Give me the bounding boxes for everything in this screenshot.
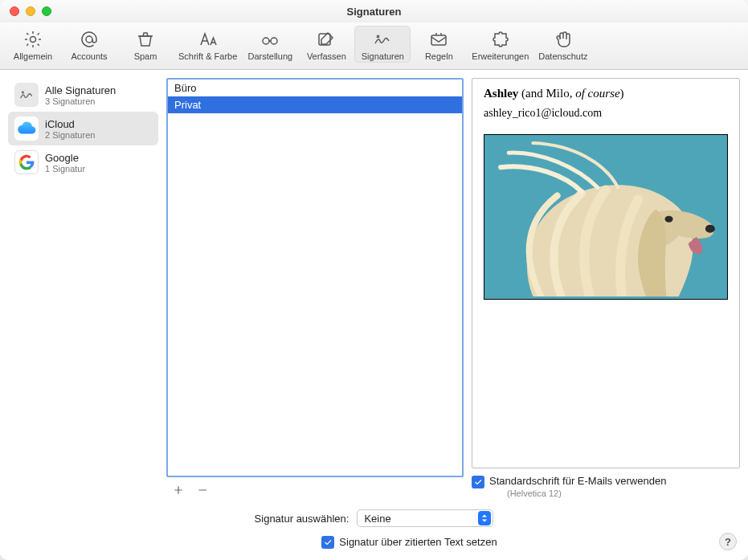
add-remove-bar bbox=[166, 477, 464, 498]
use-default-font-checkbox[interactable] bbox=[472, 476, 484, 488]
use-default-font-row: Standardschrift für E-Mails verwenden (H… bbox=[472, 468, 740, 498]
prefs-tab-junk[interactable]: Spam bbox=[117, 26, 174, 63]
account-sub: 1 Signatur bbox=[45, 164, 85, 174]
close-window-button[interactable] bbox=[10, 6, 19, 16]
svg-rect-5 bbox=[431, 35, 446, 45]
tab-label: Darstellung bbox=[248, 51, 293, 61]
minimize-window-button[interactable] bbox=[26, 6, 35, 16]
traffic-lights bbox=[10, 6, 51, 16]
glasses-icon bbox=[259, 29, 281, 50]
accounts-column: Alle Signaturen 3 Signaturen iCloud 2 Si… bbox=[8, 78, 158, 498]
account-name: iCloud bbox=[45, 118, 95, 130]
signature-name-bold: Ashley bbox=[484, 87, 518, 100]
help-button[interactable]: ? bbox=[719, 533, 737, 550]
window-title: Signaturen bbox=[0, 6, 748, 18]
hand-privacy-icon bbox=[552, 29, 574, 50]
signature-name-tail: ) bbox=[620, 87, 624, 100]
footer: Signatur auswählen: Keine Signatur über … bbox=[0, 505, 748, 560]
tab-label: Spam bbox=[134, 51, 157, 61]
account-name: Alle Signaturen bbox=[45, 84, 116, 96]
signature-name-line: Ashley (and Milo, of course) bbox=[484, 87, 728, 100]
account-sub: 2 Signaturen bbox=[45, 130, 95, 140]
envelope-rules-icon bbox=[427, 29, 450, 50]
svg-point-3 bbox=[271, 38, 277, 44]
remove-signature-button[interactable] bbox=[194, 482, 211, 498]
google-icon bbox=[14, 150, 39, 174]
use-default-font-sub: (Helvetica 12) bbox=[507, 488, 666, 498]
prefs-tab-accounts[interactable]: Accounts bbox=[61, 26, 117, 63]
choose-signature-popup[interactable]: Keine bbox=[357, 509, 493, 527]
tab-label: Datenschutz bbox=[538, 51, 587, 61]
above-quoted-row: Signatur über zitierten Text setzen bbox=[321, 535, 497, 549]
above-quoted-label: Signatur über zitierten Text setzen bbox=[339, 536, 497, 548]
signatures-panel: Alle Signaturen 3 Signaturen iCloud 2 Si… bbox=[0, 70, 748, 505]
puzzle-piece-icon bbox=[489, 29, 512, 50]
account-text: Alle Signaturen 3 Signaturen bbox=[45, 84, 116, 106]
account-row-google[interactable]: Google 1 Signatur bbox=[8, 145, 158, 179]
account-row-icloud[interactable]: iCloud 2 Signaturen bbox=[8, 112, 158, 145]
add-signature-button[interactable] bbox=[170, 482, 187, 498]
zoom-window-button[interactable] bbox=[42, 6, 51, 16]
tab-label: Allgemein bbox=[14, 51, 52, 61]
signature-editor[interactable]: Ashley (and Milo, of course) ashley_rico… bbox=[472, 78, 740, 468]
signature-name-plain: (and Milo, bbox=[518, 87, 575, 100]
font-aa-icon bbox=[197, 29, 219, 50]
svg-point-2 bbox=[263, 38, 269, 44]
at-sign-icon bbox=[78, 29, 100, 50]
account-sub: 3 Signaturen bbox=[45, 96, 116, 106]
accounts-list: Alle Signaturen 3 Signaturen iCloud 2 Si… bbox=[8, 78, 158, 179]
prefs-tab-extensions[interactable]: Erweiterungen bbox=[467, 26, 533, 63]
dog-photo-icon bbox=[484, 135, 727, 296]
svg-point-7 bbox=[705, 225, 715, 233]
signature-row[interactable]: Büro bbox=[168, 80, 462, 96]
prefs-tab-signatures[interactable]: Signaturen bbox=[354, 26, 411, 63]
above-quoted-checkbox[interactable] bbox=[321, 536, 334, 549]
gear-icon bbox=[22, 29, 44, 50]
account-name: Google bbox=[45, 152, 85, 164]
titlebar: Signaturen bbox=[0, 0, 748, 22]
account-text: Google 1 Signatur bbox=[45, 152, 85, 174]
tab-label: Erweiterungen bbox=[472, 51, 529, 61]
compose-icon bbox=[315, 29, 337, 50]
svg-point-1 bbox=[86, 36, 92, 43]
signature-image bbox=[484, 134, 728, 300]
prefs-tab-viewing[interactable]: Darstellung bbox=[242, 26, 298, 63]
prefs-tab-composing[interactable]: Verfassen bbox=[298, 26, 354, 63]
choose-signature-label: Signatur auswählen: bbox=[255, 513, 349, 525]
use-default-font-label: Standardschrift für E-Mails verwenden bbox=[489, 475, 666, 487]
icloud-icon bbox=[14, 116, 39, 141]
trash-bin-icon bbox=[134, 29, 157, 50]
signatures-list[interactable]: Büro Privat bbox=[166, 78, 464, 477]
popup-arrows-icon bbox=[478, 511, 491, 525]
help-glyph: ? bbox=[725, 536, 731, 548]
preferences-window: Signaturen Allgemein Accounts Spam Sc bbox=[0, 0, 748, 560]
tab-label: Schrift & Farbe bbox=[178, 51, 237, 61]
choose-signature-row: Signatur auswählen: Keine bbox=[255, 509, 494, 527]
prefs-toolbar: Allgemein Accounts Spam Schrift & Farbe … bbox=[0, 22, 748, 70]
choose-signature-value: Keine bbox=[364, 513, 390, 525]
prefs-tab-privacy[interactable]: Datenschutz bbox=[533, 26, 592, 63]
signature-icon bbox=[371, 29, 394, 50]
prefs-tab-rules[interactable]: Regeln bbox=[411, 26, 467, 63]
signatures-column: Büro Privat bbox=[166, 78, 464, 498]
account-text: iCloud 2 Signaturen bbox=[45, 118, 95, 140]
all-signatures-icon bbox=[14, 83, 39, 107]
tab-label: Verfassen bbox=[307, 51, 346, 61]
tab-label: Regeln bbox=[425, 51, 453, 61]
tab-label: Signaturen bbox=[362, 51, 404, 61]
svg-point-8 bbox=[664, 216, 672, 223]
tab-label: Accounts bbox=[71, 51, 107, 61]
prefs-tab-general[interactable]: Allgemein bbox=[5, 26, 61, 63]
account-row-all-signatures[interactable]: Alle Signaturen 3 Signaturen bbox=[8, 78, 158, 112]
prefs-tab-fonts[interactable]: Schrift & Farbe bbox=[174, 26, 242, 63]
preview-column: Ashley (and Milo, of course) ashley_rico… bbox=[472, 78, 740, 498]
signature-row[interactable]: Privat bbox=[168, 96, 462, 113]
signature-name-italic: of course bbox=[575, 87, 619, 100]
signature-email: ashley_rico1@icloud.com bbox=[484, 107, 728, 120]
svg-point-0 bbox=[31, 37, 36, 43]
